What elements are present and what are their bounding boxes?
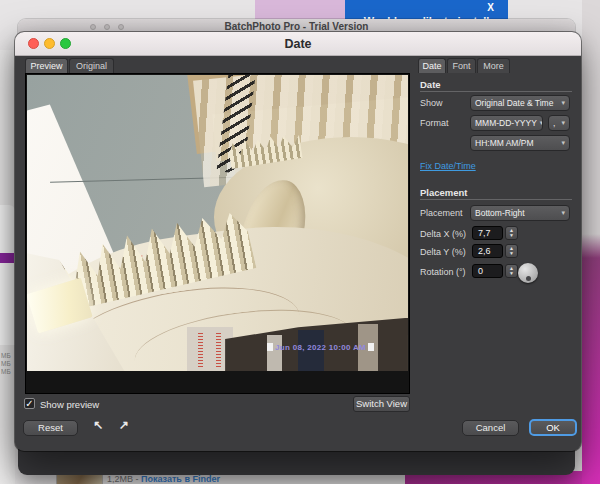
download-size: 1,2MB - xyxy=(107,474,141,484)
tab-original[interactable]: Original xyxy=(69,58,114,73)
placement-label: Placement xyxy=(420,208,463,218)
time-format-dropdown[interactable]: HH:MM AM/PM ▾ xyxy=(470,135,570,151)
separator-value: , xyxy=(553,118,555,128)
tab-font[interactable]: Font xyxy=(447,58,476,73)
placement-section-heading: Placement xyxy=(420,187,468,198)
show-label: Show xyxy=(420,98,443,108)
delta-x-input[interactable]: 7,7 xyxy=(472,226,503,240)
delta-x-stepper[interactable]: ▲ ▼ xyxy=(505,226,518,240)
preview-frame: Jun 08, 2022 10:00 AM xyxy=(25,73,410,394)
date-section-heading: Date xyxy=(420,79,441,90)
photo-date-stamp: Jun 08, 2022 10:00 AM xyxy=(267,343,374,352)
stepper-down-icon[interactable]: ▼ xyxy=(509,233,514,238)
dialog-title: Date xyxy=(15,32,581,56)
show-preview-checkbox[interactable]: ✓ xyxy=(24,398,35,409)
photo-mirror-highlight xyxy=(267,335,282,371)
download-info: 1,2MB - Показать в Finder xyxy=(107,474,220,484)
undo-icon[interactable]: ↖ xyxy=(93,418,103,432)
switch-view-button[interactable]: Switch View xyxy=(353,396,410,412)
chevron-down-icon: ▾ xyxy=(561,209,565,217)
rotation-label: Rotation (°) xyxy=(420,267,466,277)
chevron-down-icon: ▾ xyxy=(561,119,565,127)
chevron-down-icon: ▾ xyxy=(561,99,565,107)
separator-dropdown[interactable]: , ▾ xyxy=(548,115,570,131)
chevron-down-icon: ▾ xyxy=(540,119,543,127)
photo-preview: Jun 08, 2022 10:00 AM xyxy=(27,75,408,371)
check-icon: ✓ xyxy=(25,398,33,409)
rotation-stepper[interactable]: ▲ ▼ xyxy=(505,264,518,278)
date-stamp-chip xyxy=(267,343,273,351)
placement-value: Bottom-Right xyxy=(475,208,525,218)
background-file-list xyxy=(0,205,15,345)
fix-date-time-link[interactable]: Fix Date/Time xyxy=(420,161,476,171)
show-dropdown-value: Original Date & Time xyxy=(475,98,553,108)
date-stamp-chip xyxy=(368,343,374,351)
ok-button[interactable]: OK xyxy=(529,419,577,436)
delta-x-label: Delta X (%) xyxy=(420,229,466,239)
date-format-dropdown[interactable]: MMM-DD-YYYY ▾ xyxy=(470,115,543,131)
photo-red-notes xyxy=(198,333,203,369)
file-list-selection-bar xyxy=(0,253,14,263)
date-stamp-text: Jun 08, 2022 10:00 AM xyxy=(275,343,366,352)
tab-date[interactable]: Date xyxy=(418,58,446,73)
tab-more[interactable]: More xyxy=(477,58,510,73)
section-divider xyxy=(420,91,572,92)
redo-icon[interactable]: ↗ xyxy=(119,418,129,432)
stepper-down-icon[interactable]: ▼ xyxy=(509,271,514,276)
file-size-unit: МБ xyxy=(1,352,11,359)
file-size-unit: МБ xyxy=(1,368,11,375)
photo-red-notes xyxy=(216,333,221,369)
delta-y-label: Delta Y (%) xyxy=(420,247,466,257)
show-preview-label: Show preview xyxy=(40,399,99,410)
chevron-down-icon: ▾ xyxy=(561,139,565,147)
file-size-unit: МБ xyxy=(1,360,11,367)
close-icon[interactable]: X xyxy=(487,2,494,13)
placement-dropdown[interactable]: Bottom-Right ▾ xyxy=(470,205,570,221)
background-pink-window xyxy=(255,0,347,21)
reset-button[interactable]: Reset xyxy=(23,420,78,436)
time-format-value: HH:MM AM/PM xyxy=(475,138,534,148)
format-label: Format xyxy=(420,118,449,128)
dialog-titlebar[interactable]: Date xyxy=(15,32,581,56)
delta-y-stepper[interactable]: ▲ ▼ xyxy=(505,244,518,258)
stepper-down-icon[interactable]: ▼ xyxy=(509,251,514,256)
tab-preview[interactable]: Preview xyxy=(25,58,68,73)
desktop-wallpaper-right xyxy=(582,0,600,484)
rotation-knob-dot xyxy=(526,276,531,281)
delta-y-input[interactable]: 2,6 xyxy=(472,244,503,258)
date-format-value: MMM-DD-YYYY xyxy=(475,118,537,128)
rotation-knob[interactable] xyxy=(518,263,538,283)
show-in-finder-link[interactable]: Показать в Finder xyxy=(141,474,220,484)
rotation-input[interactable]: 0 xyxy=(472,264,503,278)
screen: МБ МБ МБ img_256.jpg 1,2MB - Показать в … xyxy=(0,0,600,484)
show-dropdown[interactable]: Original Date & Time ▾ xyxy=(470,95,570,111)
date-dialog: Date Preview Original xyxy=(15,32,581,451)
cancel-button[interactable]: Cancel xyxy=(462,420,519,436)
section-divider xyxy=(420,199,572,200)
